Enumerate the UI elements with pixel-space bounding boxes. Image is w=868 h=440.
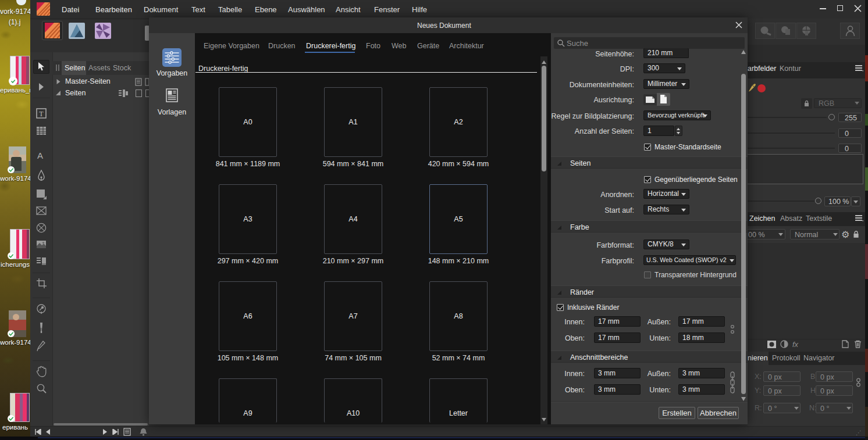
svg-text:T: T bbox=[39, 110, 44, 118]
